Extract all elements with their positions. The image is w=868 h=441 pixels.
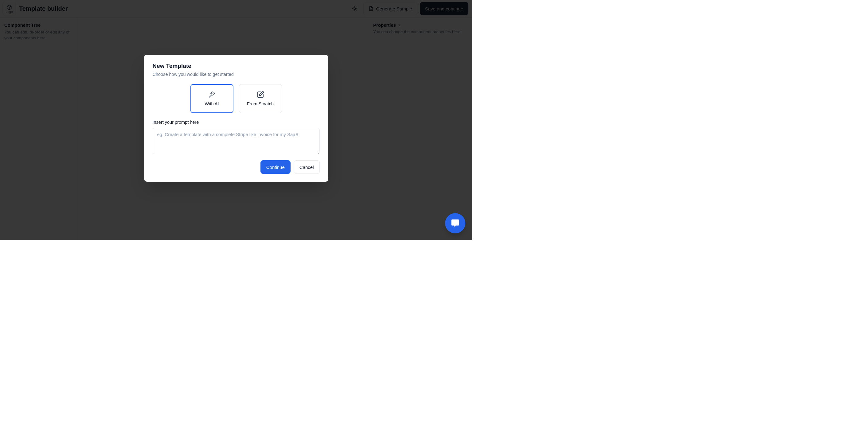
dialog-actions: Continue Cancel	[153, 160, 320, 174]
continue-button[interactable]: Continue	[260, 160, 290, 174]
template-option-row: With AI From Scratch	[153, 84, 320, 113]
option-from-scratch[interactable]: From Scratch	[239, 84, 282, 113]
option-from-scratch-label: From Scratch	[247, 101, 274, 106]
dialog-title: New Template	[153, 63, 320, 69]
pencil-square-icon	[257, 91, 264, 98]
chat-icon	[451, 219, 460, 228]
new-template-dialog: New Template Choose how you would like t…	[144, 55, 328, 182]
chat-fab[interactable]	[445, 213, 465, 233]
magic-wand-icon	[208, 91, 216, 98]
modal-overlay[interactable]: New Template Choose how you would like t…	[0, 0, 472, 240]
option-with-ai-label: With AI	[205, 101, 219, 106]
cancel-button-label: Cancel	[300, 165, 314, 170]
dialog-subtitle: Choose how you would like to get started	[153, 72, 320, 77]
continue-button-label: Continue	[266, 165, 285, 170]
prompt-input[interactable]	[153, 128, 320, 154]
option-with-ai[interactable]: With AI	[190, 84, 234, 113]
prompt-label: Insert your prompt here	[153, 120, 320, 125]
cancel-button[interactable]: Cancel	[293, 160, 320, 174]
